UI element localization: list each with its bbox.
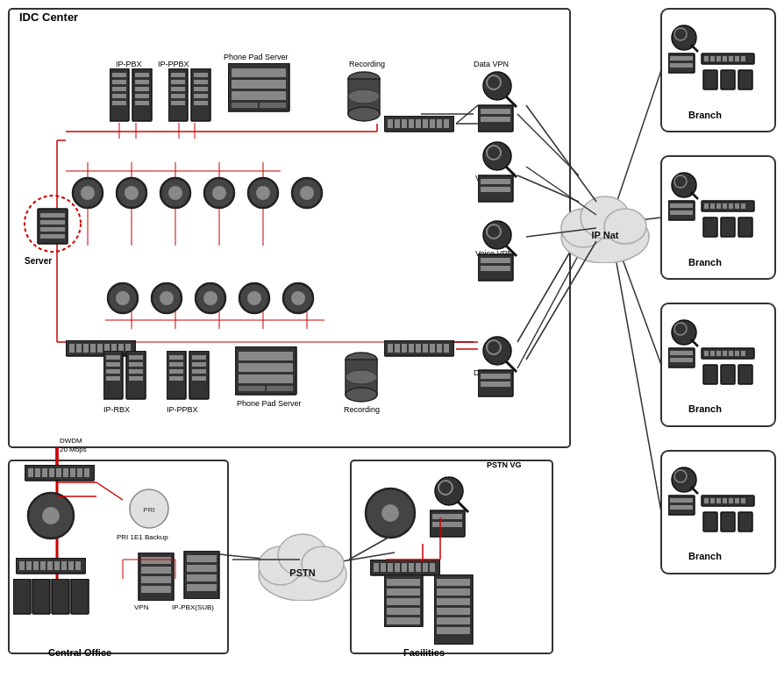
svg-rect-313 bbox=[723, 351, 727, 356]
svg-line-305 bbox=[691, 339, 698, 346]
svg-rect-161 bbox=[192, 376, 206, 381]
svg-point-170 bbox=[346, 388, 377, 402]
svg-rect-301 bbox=[721, 218, 735, 237]
svg-rect-265 bbox=[437, 598, 470, 605]
svg-rect-82 bbox=[409, 119, 414, 128]
branch-1-devices bbox=[668, 22, 769, 101]
svg-rect-149 bbox=[129, 362, 143, 367]
svg-rect-220 bbox=[68, 561, 74, 570]
svg-text:PSTN: PSTN bbox=[289, 567, 315, 578]
svg-rect-64 bbox=[194, 80, 208, 84]
svg-rect-99 bbox=[481, 187, 510, 192]
voice-vpn-firewall-1 bbox=[478, 139, 526, 209]
svg-rect-336 bbox=[738, 512, 752, 531]
svg-rect-158 bbox=[192, 355, 206, 360]
svg-rect-292 bbox=[702, 201, 754, 211]
svg-rect-209 bbox=[84, 468, 89, 477]
svg-rect-51 bbox=[135, 73, 149, 77]
svg-rect-291 bbox=[670, 210, 693, 215]
branch-2-label: Branch bbox=[688, 257, 722, 267]
svg-rect-224 bbox=[52, 579, 69, 614]
svg-rect-53 bbox=[135, 87, 149, 91]
server-circle bbox=[22, 193, 83, 254]
svg-rect-283 bbox=[703, 70, 717, 89]
svg-rect-324 bbox=[670, 498, 693, 503]
svg-rect-214 bbox=[26, 561, 32, 570]
data-vpn-firewall-bottom bbox=[478, 333, 526, 403]
svg-rect-318 bbox=[721, 365, 735, 384]
svg-point-105 bbox=[168, 186, 182, 200]
svg-rect-66 bbox=[194, 94, 208, 98]
pstn-cloud: PSTN bbox=[254, 522, 351, 601]
co-fan bbox=[26, 491, 79, 544]
co-switch bbox=[25, 465, 95, 482]
recording-device bbox=[346, 70, 390, 123]
svg-rect-330 bbox=[723, 498, 727, 503]
svg-rect-186 bbox=[40, 213, 65, 218]
svg-rect-319 bbox=[738, 365, 752, 384]
fan-row-top bbox=[70, 175, 342, 210]
svg-rect-55 bbox=[135, 101, 149, 105]
svg-rect-296 bbox=[723, 203, 727, 209]
label-ip-ppbx: IP-PPBX bbox=[158, 60, 189, 68]
svg-rect-235 bbox=[187, 565, 217, 572]
svg-rect-221 bbox=[75, 561, 81, 570]
svg-rect-59 bbox=[171, 87, 185, 91]
svg-rect-87 bbox=[444, 119, 449, 128]
svg-rect-275 bbox=[702, 53, 754, 64]
svg-rect-225 bbox=[71, 579, 89, 614]
svg-rect-79 bbox=[388, 119, 393, 128]
label-data-vpn: Data VPN bbox=[474, 60, 509, 68]
svg-rect-284 bbox=[721, 70, 735, 89]
svg-rect-230 bbox=[141, 567, 171, 574]
svg-rect-86 bbox=[437, 119, 442, 128]
svg-rect-52 bbox=[135, 80, 149, 84]
svg-rect-219 bbox=[61, 561, 67, 570]
server-label: Server bbox=[25, 256, 52, 266]
svg-rect-204 bbox=[49, 468, 54, 477]
label-ip-rbx: IP-RBX bbox=[103, 405, 130, 414]
svg-rect-244 bbox=[432, 514, 462, 519]
svg-rect-188 bbox=[40, 227, 65, 232]
svg-rect-155 bbox=[169, 369, 183, 374]
svg-point-107 bbox=[212, 186, 226, 200]
voice-vpn-firewall-2 bbox=[478, 218, 526, 288]
svg-rect-327 bbox=[704, 498, 709, 503]
idc-center-title: IDC Center bbox=[16, 11, 82, 24]
svg-rect-160 bbox=[192, 369, 206, 374]
svg-rect-207 bbox=[70, 468, 75, 477]
co-switch-bottom bbox=[16, 558, 86, 575]
svg-rect-264 bbox=[437, 588, 470, 596]
svg-rect-300 bbox=[703, 218, 717, 237]
svg-rect-280 bbox=[729, 56, 733, 61]
phone-pad-server bbox=[228, 63, 298, 129]
svg-line-352 bbox=[96, 482, 123, 500]
svg-rect-72 bbox=[232, 103, 258, 108]
svg-rect-299 bbox=[741, 203, 745, 209]
svg-rect-274 bbox=[670, 63, 693, 68]
svg-rect-143 bbox=[106, 355, 120, 360]
svg-rect-261 bbox=[387, 617, 420, 624]
switch-bottom-right bbox=[384, 340, 454, 358]
svg-rect-273 bbox=[670, 56, 693, 61]
svg-rect-93 bbox=[481, 117, 510, 122]
svg-line-349 bbox=[456, 105, 478, 124]
ip-pbx-bottom bbox=[103, 351, 156, 403]
svg-rect-254 bbox=[423, 563, 428, 572]
svg-rect-285 bbox=[738, 70, 752, 89]
pstn-vg-label: PSTN VG bbox=[487, 460, 522, 469]
svg-rect-156 bbox=[169, 376, 183, 381]
svg-point-171 bbox=[346, 370, 377, 384]
svg-rect-138 bbox=[423, 344, 428, 353]
svg-rect-332 bbox=[735, 498, 739, 503]
co-pri-label: PRI 1E1 Backup bbox=[117, 533, 168, 541]
phone-pad-bottom bbox=[235, 346, 305, 403]
svg-rect-45 bbox=[112, 73, 126, 77]
svg-point-76 bbox=[348, 107, 380, 121]
svg-rect-63 bbox=[194, 73, 208, 77]
svg-rect-98 bbox=[481, 179, 510, 184]
svg-rect-57 bbox=[171, 73, 185, 77]
svg-rect-297 bbox=[729, 203, 733, 209]
svg-rect-308 bbox=[670, 358, 693, 362]
svg-rect-71 bbox=[232, 91, 286, 100]
